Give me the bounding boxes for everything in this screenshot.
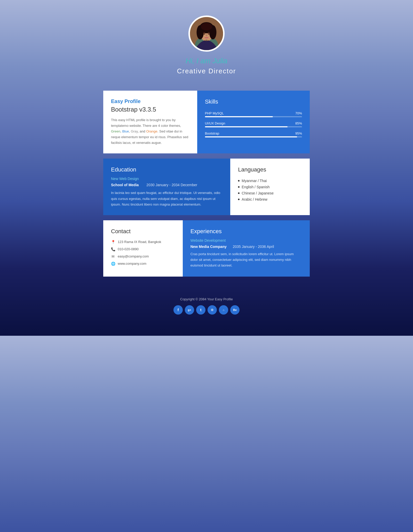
- skill-bootstrap-bar-fill: [205, 136, 297, 137]
- contact-email: ✉ easy@company.com: [111, 254, 175, 259]
- svg-point-7: [201, 23, 212, 31]
- contact-address-text: 123 Rama IX Road, Bangkok: [118, 240, 161, 244]
- exp-company: New Media Company: [190, 245, 227, 249]
- easy-profile-text: This easy HTML profile is brought to you…: [111, 117, 189, 146]
- social-twitter[interactable]: t: [196, 305, 205, 315]
- social-facebook[interactable]: f: [173, 305, 183, 315]
- lang-item-3: Arabic / Hebrew: [238, 196, 302, 202]
- ep-desc1: This easy HTML profile is brought to you…: [111, 118, 181, 128]
- easy-profile-title: Easy Profile: [111, 98, 189, 104]
- skill-bootstrap-name: Bootstrap: [205, 131, 219, 135]
- email-icon: ✉: [111, 254, 115, 259]
- education-dates: 2030 January - 2034 December: [146, 183, 197, 187]
- row-1: Easy Profile Bootstrap v3.3.5 This easy …: [103, 91, 310, 153]
- contact-website-text: www.company.com: [118, 262, 146, 265]
- skill-bootstrap: Bootstrap 95%: [205, 131, 302, 137]
- skill-php-percent: 70%: [295, 111, 302, 115]
- hero-section: Hi, I am Julia Creative Director: [83, 0, 330, 91]
- contact-website: 🌐 www.company.com: [111, 262, 175, 266]
- education-title: Education: [111, 166, 223, 173]
- color-orange: Orange: [146, 129, 157, 133]
- exp-row: New Media Company 2035 January - 2036 Ap…: [190, 245, 302, 249]
- education-row: School of Media 2030 January - 2034 Dece…: [111, 183, 223, 187]
- lang-item-0: Myanmar / Thai: [238, 178, 302, 184]
- row-2: Education New Web Design School of Media…: [103, 159, 310, 215]
- exp-dates: 2035 January - 2036 April: [233, 245, 274, 249]
- social-github[interactable]: ⌂: [219, 305, 228, 315]
- sections-container: Easy Profile Bootstrap v3.3.5 This easy …: [83, 91, 330, 287]
- location-icon: 📍: [111, 240, 115, 244]
- contact-address: 📍 123 Rama IX Road, Bangkok: [111, 240, 175, 244]
- hero-title: Creative Director: [83, 67, 330, 75]
- contact-title: Contact: [111, 228, 175, 235]
- footer: Copyright © 2084 Your Easy Profile f g+ …: [83, 287, 330, 322]
- skill-bootstrap-bar-bg: [205, 136, 302, 137]
- avatar: [188, 15, 225, 52]
- education-school-name: New Web Design: [111, 177, 223, 181]
- education-panel: Education New Web Design School of Media…: [103, 159, 230, 215]
- lang-item-2: Chinese / Japanese: [238, 190, 302, 196]
- skills-title: Skills: [205, 98, 302, 105]
- lang-item-1: English / Spanish: [238, 184, 302, 190]
- phone-icon: 📞: [111, 247, 115, 251]
- education-school: School of Media: [111, 183, 139, 187]
- color-green: Green: [111, 129, 120, 133]
- contact-phone-text: 010-020-0890: [118, 247, 139, 251]
- skill-php: PHP MySQL 70%: [205, 111, 302, 117]
- skill-php-bar-bg: [205, 116, 302, 117]
- skill-uiux-name: UI/UX Design: [205, 121, 225, 125]
- social-googleplus[interactable]: g+: [185, 305, 194, 315]
- experiences-panel: Experiences Website Development New Medi…: [183, 220, 310, 277]
- hero-greeting: Hi, I am Julia: [83, 57, 330, 65]
- easy-profile-panel: Easy Profile Bootstrap v3.3.5 This easy …: [103, 91, 197, 153]
- languages-panel: Languages Myanmar / Thai English / Spani…: [230, 159, 310, 215]
- skill-uiux-bar-bg: [205, 126, 302, 127]
- skill-uiux-bar-fill: [205, 126, 288, 127]
- footer-copyright: Copyright © 2084 Your Easy Profile: [83, 297, 330, 301]
- skill-php-name: PHP MySQL: [205, 111, 224, 115]
- svg-point-8: [203, 33, 205, 35]
- social-instagram[interactable]: ◎: [208, 305, 217, 315]
- education-desc: In lacinia leo sed quam feugiat, ac effi…: [111, 190, 223, 207]
- row-3: Contact 📍 123 Rama IX Road, Bangkok 📞 01…: [103, 220, 310, 277]
- languages-title: Languages: [238, 166, 302, 173]
- experiences-title: Experiences: [190, 228, 302, 235]
- social-behance[interactable]: Be: [230, 305, 240, 315]
- skill-bootstrap-percent: 95%: [295, 131, 302, 135]
- easy-profile-subtitle: Bootstrap v3.3.5: [111, 106, 189, 113]
- exp-role: Website Development: [190, 238, 302, 242]
- svg-point-9: [208, 33, 210, 35]
- languages-list: Myanmar / Thai English / Spanish Chinese…: [238, 178, 302, 202]
- social-links: f g+ t ◎ ⌂ Be: [83, 305, 330, 315]
- color-blue: Blue: [122, 129, 129, 133]
- globe-icon: 🌐: [111, 262, 115, 266]
- contact-panel: Contact 📍 123 Rama IX Road, Bangkok 📞 01…: [103, 220, 183, 277]
- contact-phone: 📞 010-020-0890: [111, 247, 175, 251]
- contact-email-text: easy@company.com: [118, 254, 149, 258]
- skills-panel: Skills PHP MySQL 70% UI/UX Design 85%: [197, 91, 310, 153]
- skill-uiux-percent: 85%: [295, 121, 302, 125]
- skill-uiux: UI/UX Design 85%: [205, 121, 302, 127]
- exp-desc: Cras porta tincidunt sem, in sollicitudi…: [190, 251, 302, 268]
- color-gray: Gray: [131, 129, 138, 133]
- skill-php-bar-fill: [205, 116, 273, 117]
